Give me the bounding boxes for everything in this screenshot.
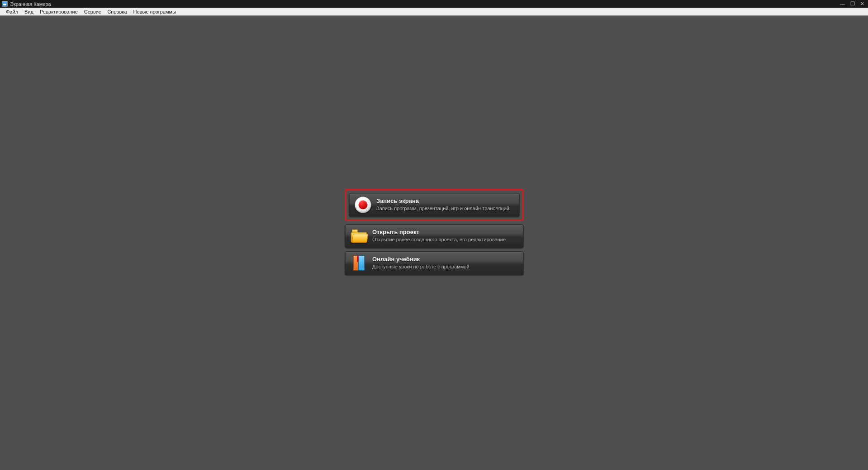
menu-service[interactable]: Сервис [81,9,104,15]
folder-icon [350,227,368,245]
minimize-button[interactable]: — [840,1,845,6]
titlebar: Экранная Камера — ❐ ✕ [0,0,868,8]
window-title: Экранная Камера [10,1,51,7]
window-controls: — ❐ ✕ [840,1,866,6]
close-button[interactable]: ✕ [860,1,864,6]
open-title: Открыть проект [372,229,506,236]
menubar: Файл Вид Редактирование Сервис Справка Н… [0,8,868,16]
content-area: Запись экрана Запись программ, презентац… [0,16,868,470]
maximize-button[interactable]: ❐ [850,1,855,6]
menu-view[interactable]: Вид [21,9,37,15]
tutorial-title: Онлайн учебник [372,256,470,263]
app-icon [2,1,8,7]
open-project-button[interactable]: Открыть проект Открытие ранее созданного… [345,224,523,248]
record-icon [354,196,372,214]
record-title: Запись экрана [376,197,509,205]
open-subtitle: Открытие ранее созданного проекта, его р… [372,237,506,243]
record-highlight-frame: Запись экрана Запись программ, презентац… [345,189,523,221]
record-screen-button[interactable]: Запись экрана Запись программ, презентац… [349,193,519,216]
book-icon [350,254,368,272]
online-tutorial-button[interactable]: Онлайн учебник Доступные уроки по работе… [345,251,523,275]
menu-edit[interactable]: Редактирование [37,9,81,15]
menu-new[interactable]: Новые программы [130,9,179,15]
welcome-button-stack: Запись экрана Запись программ, презентац… [345,189,523,275]
menu-help[interactable]: Справка [104,9,130,15]
menu-file[interactable]: Файл [3,9,21,15]
record-subtitle: Запись программ, презентаций, игр и онла… [376,206,509,212]
tutorial-subtitle: Доступные уроки по работе с программой [372,264,470,270]
